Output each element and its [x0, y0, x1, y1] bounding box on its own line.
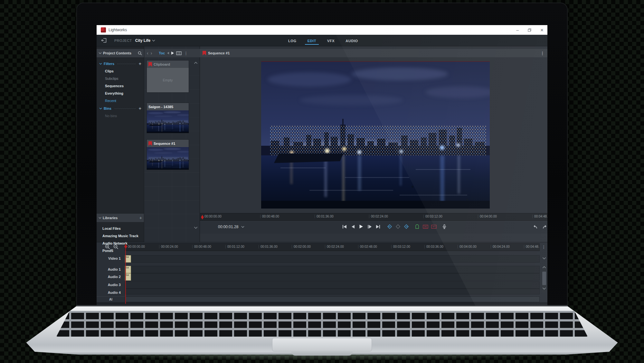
restore-button[interactable] [528, 28, 531, 32]
loop-button[interactable] [414, 224, 420, 229]
track-lane-video1[interactable] [125, 255, 540, 263]
ruler-tick: 00:03:36.00 [424, 245, 443, 248]
track-lane-audio1[interactable] [125, 266, 540, 273]
bookmark-icon [203, 51, 206, 55]
nav-forward-icon[interactable]: › [151, 51, 152, 55]
exit-project-icon[interactable] [101, 38, 107, 43]
clipboard-tile[interactable]: Clipboard Empty [147, 60, 189, 92]
sidebar-item-recent[interactable]: Recent [97, 98, 144, 104]
trackpad [272, 338, 372, 351]
chevron-down-icon [99, 217, 101, 219]
project-name-dropdown[interactable]: City Life [135, 38, 155, 43]
add-filter-button[interactable]: + [139, 61, 141, 66]
chevron-down-icon [99, 63, 102, 65]
scroll-down-icon[interactable] [194, 227, 198, 229]
filters-section[interactable]: Filters + [97, 60, 144, 67]
track-label-audio1[interactable]: Audio 1 [97, 267, 125, 271]
go-to-end-button[interactable] [375, 224, 381, 229]
minimize-button[interactable]: – [516, 28, 519, 32]
track-label-audio4[interactable]: Audio 4 [97, 291, 125, 294]
close-button[interactable]: × [540, 27, 544, 33]
transport-bar: 00:00:01.28 [200, 221, 547, 234]
tile-view-icon[interactable] [176, 51, 182, 55]
tab-audio[interactable]: AUDIO [345, 36, 358, 46]
title-bar: Lightworks – × [97, 25, 547, 35]
step-forward-button[interactable] [367, 224, 372, 229]
track-label-al[interactable]: Al [97, 296, 125, 302]
library-pond5[interactable]: Pond5 [97, 247, 144, 254]
search-icon[interactable] [138, 51, 142, 55]
libraries-header[interactable]: Libraries + [97, 214, 144, 222]
sidebar-item-sequences[interactable]: Sequences [97, 83, 144, 89]
scrollbar-thumb[interactable] [542, 272, 546, 285]
bins-section[interactable]: Bins + [97, 105, 144, 112]
add-library-button[interactable]: + [139, 215, 142, 220]
sequence-viewer: Sequence #1 ⋮ 00:00:00.00 00:00:48.00 00… [200, 46, 547, 242]
collapse-track-icon[interactable] [542, 257, 546, 259]
library-amazing-music-track[interactable]: Amazing Music Track [97, 233, 144, 239]
timeline-panel: 00:00:00.00 00:00:24.00 00:00:48.00 00:0… [97, 242, 547, 306]
track-lane-al[interactable] [125, 296, 540, 302]
ruler-tick: 00:01:36.00 [315, 215, 334, 218]
sequence-tile[interactable]: Sequence #1 [147, 140, 189, 170]
bin-view-label[interactable]: Toc [159, 51, 165, 55]
tab-log[interactable]: LOG [288, 36, 297, 46]
timecode-display[interactable]: 00:00:01.28 [218, 225, 244, 229]
sidebar-item-subclips[interactable]: Subclips [97, 75, 144, 82]
viewer-header[interactable]: Sequence #1 ⋮ [200, 49, 547, 57]
video-monitor[interactable] [261, 61, 490, 209]
ruler-tick: 00:04:00.00 [458, 245, 477, 248]
clip-tile-saigon[interactable]: Saigon - 14385 [147, 103, 189, 133]
collapse-icon[interactable] [99, 52, 102, 54]
app-window: Lightworks – × PROJECT City Life LOG EDI… [97, 25, 547, 306]
clip-thumbnail[interactable] [147, 110, 189, 133]
track-label-video1[interactable]: Video 1 [97, 256, 125, 260]
ruler-tick: 00:01:12.00 [225, 245, 244, 248]
library-audio-network[interactable]: Audio Network [97, 240, 144, 247]
track-label-audio3[interactable]: Audio 3 [97, 283, 125, 287]
replace-button[interactable] [431, 224, 437, 229]
track-lane-audio2[interactable] [125, 273, 540, 281]
scroll-up-icon[interactable] [194, 62, 198, 64]
ruler-tick: 00:04:48.00 [532, 215, 547, 218]
tab-edit[interactable]: EDIT [307, 36, 317, 46]
viewer-timeline-ruler[interactable]: 00:00:00.00 00:00:48.00 00:01:36.00 00:0… [200, 213, 547, 221]
unmark-button[interactable] [395, 224, 401, 229]
laptop-lid-notch [291, 351, 353, 356]
track-lane-audio4[interactable] [125, 289, 540, 294]
prev-icon[interactable] [167, 52, 169, 54]
go-to-start-button[interactable] [342, 224, 347, 229]
timeline-right-controls [541, 242, 547, 306]
mark-in-button[interactable] [387, 224, 392, 229]
ruler-tick: 00:02:48.00 [358, 245, 377, 248]
project-contents-header[interactable]: Project Contents [97, 49, 144, 57]
ruler-tick: 00:04:24.00 [491, 245, 510, 248]
step-back-button[interactable] [350, 224, 355, 229]
scroll-down-icon[interactable] [542, 287, 546, 290]
play-button[interactable] [358, 224, 364, 229]
viewer-menu-icon[interactable]: ⋮ [540, 51, 545, 55]
sidebar-item-everything[interactable]: Everything [97, 90, 144, 97]
redo-button[interactable] [542, 224, 547, 229]
sequence-thumbnail[interactable] [147, 147, 189, 170]
timeline-playhead-line[interactable] [125, 244, 126, 304]
track-lane-audio3[interactable] [125, 281, 540, 289]
ruler-tick: 00:03:12.00 [391, 245, 410, 248]
ruler-tick: 00:00:24.00 [159, 245, 178, 248]
remove-button[interactable] [423, 224, 428, 229]
undo-button[interactable] [532, 224, 538, 229]
add-bin-button[interactable]: + [139, 106, 141, 111]
mark-out-button[interactable] [403, 224, 409, 229]
bin-menu-icon[interactable]: ⋮ [184, 51, 188, 55]
library-local-files[interactable]: Local Files [97, 225, 144, 232]
nav-back-icon[interactable]: ‹ [147, 51, 148, 55]
record-voiceover-icon[interactable] [441, 224, 447, 229]
ruler-tick: 00:00:48.00 [260, 215, 279, 218]
track-label-audio2[interactable]: Audio 2 [97, 275, 125, 279]
play-tiles-icon[interactable] [171, 51, 174, 55]
tab-vfx[interactable]: VFX [327, 36, 335, 46]
timeline-ruler[interactable]: 00:00:00.00 00:00:24.00 00:00:48.00 00:0… [125, 243, 540, 251]
scroll-up-icon[interactable] [542, 266, 546, 268]
sidebar-item-clips[interactable]: Clips [97, 68, 144, 74]
sidebar-title: Project Contents [103, 51, 137, 55]
